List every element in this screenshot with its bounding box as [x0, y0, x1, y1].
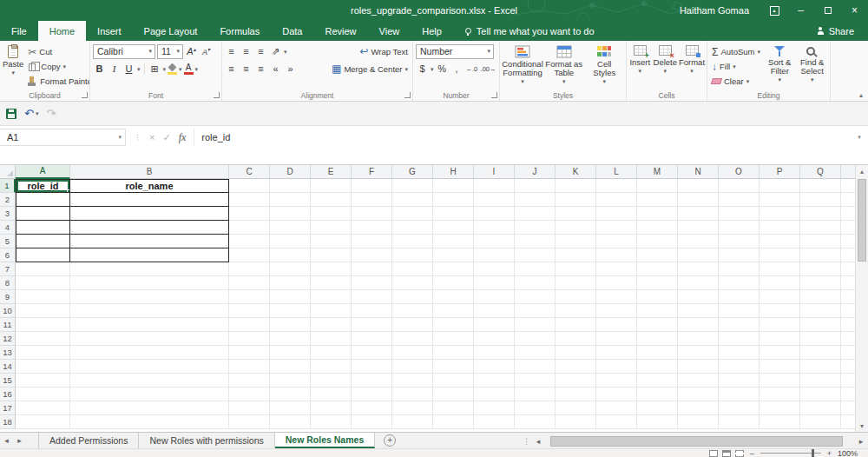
- cell-Q11[interactable]: [800, 318, 841, 332]
- fill-button[interactable]: Fill: [710, 60, 762, 73]
- sheet-tab-new-roles-with-permissions[interactable]: New Roles with permissions: [139, 433, 274, 448]
- cell-J6[interactable]: [515, 248, 556, 262]
- vertical-scrollbar-track[interactable]: [856, 177, 868, 420]
- cell-N8[interactable]: [678, 276, 719, 290]
- row-header-5[interactable]: 5: [0, 235, 16, 248]
- cell-L2[interactable]: [596, 193, 637, 207]
- find-select-button[interactable]: Find & Select: [798, 43, 827, 90]
- cell-C15[interactable]: [229, 374, 270, 387]
- cell-P16[interactable]: [760, 387, 800, 401]
- cell-K13[interactable]: [556, 346, 596, 360]
- cell-F8[interactable]: [352, 276, 392, 290]
- cell-K18[interactable]: [556, 415, 596, 429]
- horizontal-scrollbar-track[interactable]: [546, 436, 853, 447]
- cell-M18[interactable]: [637, 415, 678, 429]
- cell-P5[interactable]: [760, 235, 800, 248]
- column-header-Q[interactable]: Q: [800, 165, 841, 179]
- cell-P4[interactable]: [760, 221, 800, 235]
- cell-P3[interactable]: [760, 207, 800, 221]
- cell-M8[interactable]: [637, 276, 678, 290]
- cell-G12[interactable]: [392, 332, 433, 346]
- cell-A10[interactable]: [16, 304, 70, 318]
- cell-L12[interactable]: [596, 332, 637, 346]
- cell-I8[interactable]: [474, 276, 515, 290]
- column-header-C[interactable]: C: [229, 165, 270, 179]
- cell-E6[interactable]: [311, 248, 352, 262]
- wrap-text-button[interactable]: Wrap Text: [358, 45, 410, 58]
- row-header-2[interactable]: 2: [0, 193, 16, 207]
- cell-N18[interactable]: [678, 415, 719, 429]
- conditional-formatting-button[interactable]: Conditional Formatting: [503, 43, 542, 90]
- paste-button[interactable]: Paste: [3, 43, 23, 90]
- ribbon-tab-data[interactable]: Data: [271, 21, 313, 41]
- cell-A18[interactable]: [16, 415, 70, 429]
- cell-B14[interactable]: [70, 360, 229, 374]
- cell-F4[interactable]: [352, 221, 392, 235]
- formula-input[interactable]: role_id: [194, 129, 851, 146]
- cell-N3[interactable]: [678, 207, 719, 221]
- maximize-button[interactable]: [814, 0, 841, 21]
- cell-Q4[interactable]: [800, 221, 841, 235]
- row-header-4[interactable]: 4: [0, 221, 16, 235]
- copy-button[interactable]: Copy: [26, 60, 90, 73]
- ribbon-tab-view[interactable]: View: [368, 21, 411, 41]
- name-box[interactable]: A1: [0, 129, 126, 146]
- column-header-J[interactable]: J: [515, 165, 556, 179]
- autosum-button[interactable]: AutoSum: [710, 45, 762, 58]
- cell-J12[interactable]: [515, 332, 556, 346]
- ribbon-tab-insert[interactable]: Insert: [86, 21, 133, 41]
- cell-A15[interactable]: [16, 374, 70, 387]
- column-header-P[interactable]: P: [760, 165, 800, 179]
- cell-D17[interactable]: [270, 401, 311, 415]
- cell-I4[interactable]: [474, 221, 515, 235]
- align-left-button[interactable]: [225, 62, 238, 76]
- italic-button[interactable]: I: [108, 62, 121, 76]
- cell-I17[interactable]: [474, 401, 515, 415]
- new-sheet-button[interactable]: [384, 434, 396, 447]
- scroll-left-icon[interactable]: [533, 437, 543, 446]
- cell-O9[interactable]: [719, 290, 760, 304]
- cell-J17[interactable]: [515, 401, 556, 415]
- top-align-button[interactable]: [225, 44, 238, 58]
- horizontal-scrollbar[interactable]: [521, 434, 868, 448]
- bottom-align-button[interactable]: [254, 44, 267, 58]
- cell-O4[interactable]: [719, 221, 760, 235]
- cell-F1[interactable]: [352, 179, 392, 193]
- ribbon-tab-formulas[interactable]: Formulas: [208, 21, 271, 41]
- cell-K10[interactable]: [556, 304, 596, 318]
- cell-K11[interactable]: [556, 318, 596, 332]
- row-header-6[interactable]: 6: [0, 248, 16, 262]
- cell-Q10[interactable]: [800, 304, 841, 318]
- cell-C14[interactable]: [229, 360, 270, 374]
- cell-A9[interactable]: [16, 290, 70, 304]
- cell-G13[interactable]: [392, 346, 433, 360]
- undo-button[interactable]: [24, 107, 38, 120]
- cell-E10[interactable]: [311, 304, 352, 318]
- cell-O18[interactable]: [719, 415, 760, 429]
- cell-D12[interactable]: [270, 332, 311, 346]
- row-header-16[interactable]: 16: [0, 387, 16, 401]
- cell-G2[interactable]: [392, 193, 433, 207]
- sheet-nav-prev-icon[interactable]: [0, 433, 13, 448]
- orientation-button[interactable]: [269, 44, 282, 58]
- cell-C4[interactable]: [229, 221, 270, 235]
- cell-M11[interactable]: [637, 318, 678, 332]
- cell-H11[interactable]: [433, 318, 474, 332]
- cell-F10[interactable]: [352, 304, 392, 318]
- ribbon-tab-review[interactable]: Review: [313, 21, 367, 41]
- cell-H9[interactable]: [433, 290, 474, 304]
- page-layout-view-button[interactable]: [722, 450, 731, 457]
- cell-D1[interactable]: [270, 179, 311, 193]
- cell-H2[interactable]: [433, 193, 474, 207]
- cell-M6[interactable]: [637, 248, 678, 262]
- cell-E11[interactable]: [311, 318, 352, 332]
- cell-P14[interactable]: [760, 360, 800, 374]
- cell-A7[interactable]: [16, 262, 70, 276]
- cell-N15[interactable]: [678, 374, 719, 387]
- cell-K8[interactable]: [556, 276, 596, 290]
- row-header-17[interactable]: 17: [0, 401, 16, 415]
- cell-A1[interactable]: role_id: [16, 179, 70, 193]
- cell-I10[interactable]: [474, 304, 515, 318]
- column-header-F[interactable]: F: [352, 165, 392, 179]
- cell-L4[interactable]: [596, 221, 637, 235]
